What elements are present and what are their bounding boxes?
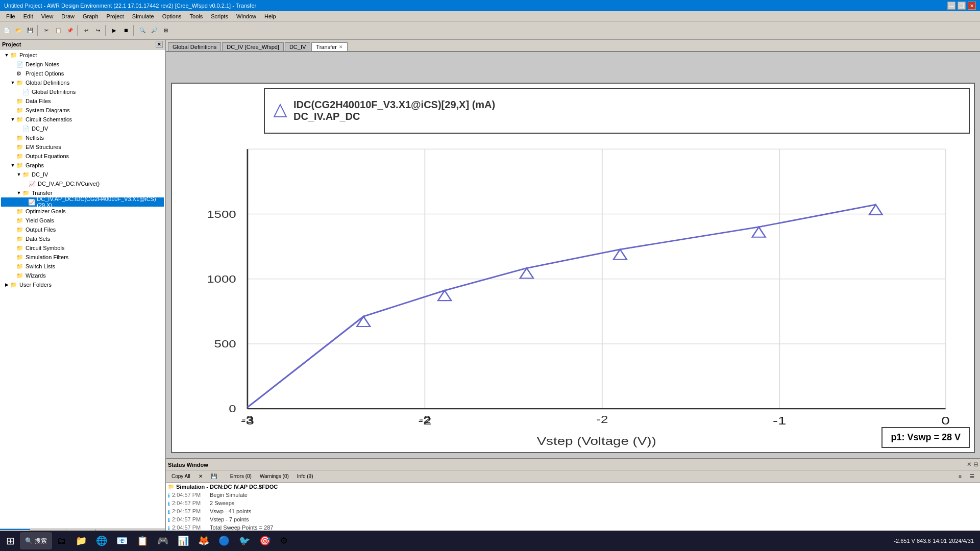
taskbar-icon-4[interactable]: 📧 [112,532,132,549]
taskbar-icon-12[interactable]: ⚙ [276,532,292,549]
menu-window[interactable]: Window [232,12,260,20]
svg-text:-2: -2 [596,414,608,425]
tb-zoom-in[interactable]: 🔍 [137,25,148,36]
restore-button[interactable]: ❐ [958,2,966,10]
tb-redo[interactable]: ↪ [92,25,104,36]
copy-all-button[interactable]: Copy All [168,472,194,480]
tree-item-netlists[interactable]: 📁 Netlists [1,133,164,142]
tree-item-em-structures[interactable]: 📁 EM Structures [1,142,164,152]
tree-item-wizards[interactable]: 📁 Wizards [1,271,164,280]
tb-open[interactable]: 📂 [13,25,24,36]
svg-text:Vstep (Voltage (V)): Vstep (Voltage (V)) [537,435,656,447]
tree-item-project-options[interactable]: ⚙ Project Options [1,69,164,78]
taskbar-icon-1[interactable]: 🗂 [53,532,70,549]
tree-label: Global Definitions [26,80,69,86]
taskbar-icon-6[interactable]: 🎮 [153,532,173,549]
tb-copy[interactable]: 📋 [53,25,64,36]
menu-file[interactable]: File [2,12,19,20]
content-tab-dc-iv-tab[interactable]: DC_IV [285,42,310,51]
tb-stop[interactable]: ⏹ [120,25,132,36]
svg-text:-2: -2 [418,414,431,428]
tb-zoom-out[interactable]: 🔎 [149,25,160,36]
menu-draw[interactable]: Draw [57,12,79,20]
tree-label: Global Definitions [32,89,76,95]
tree-icon: 📁 [16,80,24,86]
legend-line1: IDC(CG2H40010F_V3.X1@iCS)[29,X] (mA) [293,99,495,111]
search-button[interactable]: 🔍 搜索 [20,532,52,549]
tree-item-data-sets[interactable]: 📁 Data Sets [1,234,164,243]
taskbar-icon-8[interactable]: 🦊 [194,532,213,549]
info-button[interactable]: Info (9) [293,472,317,480]
tree-label: Switch Lists [26,263,55,269]
tree-item-output-files[interactable]: 📁 Output Files [1,225,164,234]
warnings-button[interactable]: Warnings (0) [256,472,292,480]
taskbar-icon-2[interactable]: 📁 [71,532,91,549]
tree-item-user-folders[interactable]: ▶ 📁 User Folders [1,280,164,289]
tree-item-dc-iv[interactable]: 📄 DC_IV [1,124,164,133]
float-status-icon[interactable]: ⊟ [973,461,978,468]
tb-fit[interactable]: ⊞ [160,25,172,36]
taskbar-icon-7[interactable]: 📊 [174,532,193,549]
tree-label: DC_IV.AP_DC:IDC(CG2H40010F_V3.X1@iCS)(29… [37,196,164,208]
content-tab-global-defs-tab[interactable]: Global Definitions [168,42,221,51]
content-tab-dc-iv-cree-tab[interactable]: DC_IV [Cree_Wfspd] [222,42,284,51]
tree-item-data-files[interactable]: 📁 Data Files [1,96,164,106]
taskbar-icon-9[interactable]: 🔵 [214,532,234,549]
titlebar: Untitled Project - AWR Design Environmen… [0,0,980,11]
tree-item-system-diagrams[interactable]: 📁 System Diagrams [1,106,164,115]
save-log-button[interactable]: 💾 [207,472,220,480]
legend-triangle-icon [273,104,287,118]
tree-item-dc-iv-graph[interactable]: ▼ 📁 DC_IV [1,170,164,179]
menu-project[interactable]: Project [103,12,128,20]
status-row-time: 2:04:57 PM [172,492,208,498]
tree-item-yield-goals[interactable]: 📁 Yield Goals [1,216,164,225]
tb-simulate[interactable]: ▶ [109,25,120,36]
content-tab-transfer-tab[interactable]: Transfer✕ [311,42,348,51]
menu-tools[interactable]: Tools [186,12,207,20]
taskbar-icon-10[interactable]: 🐦 [235,532,254,549]
clear-button[interactable]: ✕ [195,472,206,480]
taskbar-icon-3[interactable]: 🌐 [92,532,111,549]
tree-item-circuit-schematics[interactable]: ▼ 📁 Circuit Schematics [1,115,164,124]
tree-item-switch-lists[interactable]: 📁 Switch Lists [1,262,164,271]
tb-cut[interactable]: ✂ [41,25,52,36]
tree-item-circuit-symbols[interactable]: 📁 Circuit Symbols [1,243,164,253]
errors-button[interactable]: Errors (0) [227,472,255,480]
tree-item-global-definitions[interactable]: ▼ 📁 Global Definitions [1,78,164,87]
tree-item-output-equations[interactable]: 📁 Output Equations [1,152,164,161]
tree-item-design-notes[interactable]: 📄 Design Notes [1,60,164,69]
minimize-button[interactable]: — [947,2,955,10]
close-button[interactable]: ✕ [968,2,976,10]
start-button[interactable]: ⊞ [2,532,19,549]
tb-new[interactable]: 📄 [1,25,12,36]
tree-label: Project Options [26,70,64,77]
status-header: Status Window ✕ ⊟ [166,459,980,470]
menu-graph[interactable]: Graph [79,12,103,20]
toolbar: 📄 📂 💾 ✂ 📋 📌 ↩ ↪ ▶ ⏹ 🔍 🔎 ⊞ [0,21,980,40]
panel-close-btn[interactable]: ✕ [156,41,163,48]
tree-item-simulation-filters[interactable]: 📁 Simulation Filters [1,253,164,262]
taskbar-icon-5[interactable]: 📋 [133,532,152,549]
menu-edit[interactable]: Edit [19,12,37,20]
tree-icon: 📁 [16,236,24,242]
close-status-icon[interactable]: ✕ [967,461,971,468]
tree-item-dc-iv-ap[interactable]: 📈 DC_IV.AP_DC:IVCurve() [1,179,164,188]
menu-help[interactable]: Help [260,12,280,20]
tb-paste[interactable]: 📌 [64,25,76,36]
menu-scripts[interactable]: Scripts [207,12,232,20]
filter-btn-1[interactable]: ≡ [955,472,965,480]
filter-btn-2[interactable]: ☰ [966,472,978,480]
tb-undo[interactable]: ↩ [81,25,92,36]
tb-save[interactable]: 💾 [24,25,36,36]
menu-view[interactable]: View [37,12,58,20]
tree-icon: 📈 [29,181,37,187]
tab-close-icon[interactable]: ✕ [339,44,343,49]
tree-item-transfer-selected[interactable]: 📈 DC_IV.AP_DC:IDC(CG2H40010F_V3.X1@iCS)(… [1,197,164,207]
tree-item-global-definitions-item[interactable]: 📄 Global Definitions [1,87,164,96]
tree-item-project-root[interactable]: ▼ 📁 Project [1,51,164,60]
tree-item-graphs[interactable]: ▼ 📁 Graphs [1,161,164,170]
taskbar-icon-11[interactable]: 🎯 [255,532,275,549]
menu-simulate[interactable]: Simulate [128,12,158,20]
menu-options[interactable]: Options [158,12,186,20]
tree-label: Circuit Symbols [26,245,64,251]
